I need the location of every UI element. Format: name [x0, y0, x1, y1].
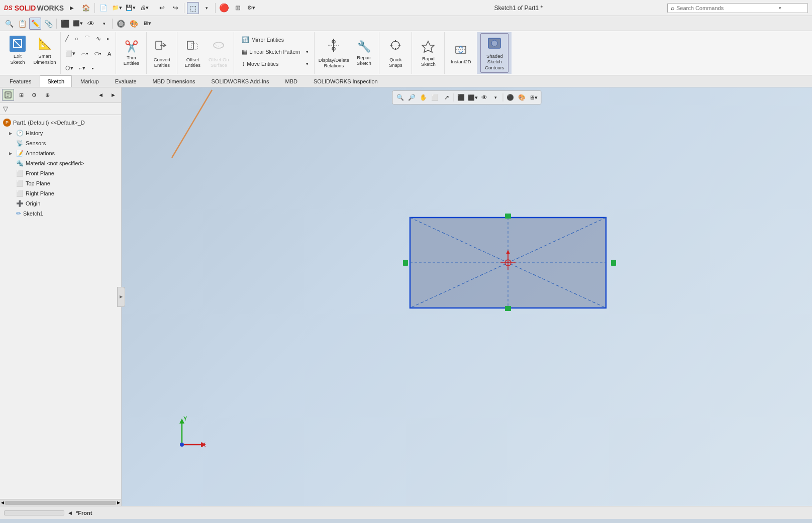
settings-icon[interactable]: ⚙▾ — [245, 2, 257, 14]
tree-item-sensors[interactable]: ▶ 📡 Sensors — [0, 138, 121, 148]
mirror-entities-button[interactable]: 🔃 Mirror Entities — [238, 34, 310, 45]
search-box[interactable]: ⌕ ▾ — [667, 3, 808, 13]
zoom-to-fit-icon[interactable]: 🔍 — [395, 92, 406, 103]
hide-show-arrow[interactable]: ▾ — [490, 92, 501, 103]
text-tool[interactable]: A — [105, 49, 114, 58]
tree-item-sketch1[interactable]: ▶ ✏ Sketch1 — [0, 208, 121, 219]
scene-icon[interactable]: 🎨 — [517, 92, 528, 103]
color-btn[interactable]: 🎨 — [128, 18, 140, 30]
nav-arrow-left[interactable]: ◀ — [68, 510, 72, 515]
options-btn[interactable]: 🔍 — [3, 18, 15, 30]
box-select-icon[interactable]: ⬜ — [430, 92, 441, 103]
repair-sketch-button[interactable]: 🔧 Repair Sketch — [352, 36, 376, 70]
3d-view-btn2[interactable]: ⬛▾ — [72, 18, 84, 30]
traffic-light-icon[interactable]: 🔴 — [218, 2, 230, 14]
tree-item-material[interactable]: ▶ 🔩 Material <not specified> — [0, 158, 121, 168]
tab-sketch[interactable]: Sketch — [40, 75, 72, 87]
canvas[interactable]: 🔍 🔎 ✋ ⬜ ↗ ⬛ ⬛▾ 👁 ▾ ⚫ 🎨 🖥▾ — [122, 87, 812, 506]
new-doc-icon[interactable]: 📄 — [97, 2, 110, 14]
point-tool[interactable]: • — [89, 63, 96, 73]
select-arrow[interactable]: ▾ — [200, 2, 213, 14]
sketch-more[interactable]: ▪ — [105, 33, 112, 44]
circle-tool[interactable]: ○ — [72, 33, 81, 44]
config-manager-btn[interactable]: ⚙ — [28, 89, 40, 101]
display-manager-icon[interactable]: 🖥▾ — [528, 92, 539, 103]
tree-item-origin[interactable]: ▶ ➕ Origin — [0, 198, 121, 208]
move-dropdown[interactable]: ▾ — [304, 60, 310, 68]
tree-item-history[interactable]: ▶ 🕐 History — [0, 128, 121, 138]
nav-right[interactable]: ▶ — [107, 89, 119, 101]
save-icon[interactable]: 💾▾ — [125, 2, 137, 14]
scroll-right[interactable]: ▶ — [117, 500, 120, 505]
dxf-btn[interactable]: ⊕ — [41, 89, 53, 101]
ellipse-tool[interactable]: ⬭▾ — [92, 49, 104, 58]
display-delete-relations-button[interactable]: Display/Delete Relations — [318, 35, 350, 71]
search-dropdown-icon[interactable]: ▾ — [779, 6, 781, 11]
tab-evaluate[interactable]: Evaluate — [108, 75, 144, 87]
home-icon[interactable]: 🏠 — [80, 2, 92, 14]
tree-item-front-plane[interactable]: ▶ ⬜ Front Plane — [0, 168, 121, 178]
grid-icon[interactable]: ⊞ — [232, 2, 244, 14]
tab-markup[interactable]: Markup — [73, 75, 107, 87]
undo-icon[interactable]: ↩ — [156, 2, 168, 14]
tab-mbd[interactable]: MBD — [277, 75, 304, 87]
target-icon[interactable]: ↗ — [441, 92, 452, 103]
display-style-icon[interactable]: ⬛▾ — [467, 92, 478, 103]
play-button[interactable]: ▶ — [68, 4, 76, 12]
monitor-btn[interactable]: 🖥▾ — [141, 18, 153, 30]
quick-snaps-button[interactable]: Quick Snaps — [382, 36, 409, 70]
feature-manager-btn[interactable] — [2, 89, 14, 101]
tab-features[interactable]: Features — [2, 75, 39, 87]
select-icon[interactable]: ⬚ — [187, 2, 199, 14]
tab-sw-inspection[interactable]: SOLIDWORKS Inspection — [306, 75, 385, 87]
fillet-tool[interactable]: ⌐▾ — [77, 63, 88, 73]
zoom-in-icon[interactable]: 🔎 — [407, 92, 418, 103]
convert-entities-button[interactable]: Convert Entities — [150, 36, 174, 70]
redo-icon[interactable]: ↪ — [169, 2, 181, 14]
linear-sketch-pattern-button[interactable]: ▦ Linear Sketch Pattern — [238, 46, 303, 57]
trim-entities-button[interactable]: ✂️ Trim Entities — [119, 36, 143, 70]
view-btn2[interactable]: 📎 — [42, 18, 54, 30]
move-entities-button[interactable]: ↕ Move Entities — [238, 58, 303, 69]
property-manager-btn[interactable]: ⊞ — [15, 89, 27, 101]
view-orient-btn[interactable]: 👁 — [85, 18, 97, 30]
search-input[interactable] — [676, 5, 777, 11]
search-btn[interactable]: 📋 — [16, 18, 28, 30]
rect-tool[interactable]: ⬜▾ — [63, 49, 78, 58]
tab-mbd-dimensions[interactable]: MBD Dimensions — [145, 75, 203, 87]
instant2d-button[interactable]: Instant2D — [448, 36, 474, 70]
offset-entities-button[interactable]: Offset Entities — [180, 36, 205, 70]
print-icon[interactable]: 🖨▾ — [138, 2, 150, 14]
offset-surface-button[interactable]: Offset On Surface — [207, 36, 231, 70]
tree-root-part[interactable]: P Part1 (Default) <<Default>_D — [0, 117, 121, 128]
line-tool[interactable]: ╱ — [63, 33, 71, 44]
3d-view-btn[interactable]: ⬛ — [59, 18, 71, 30]
hide-show-icon[interactable]: 👁 — [479, 92, 490, 103]
open-icon[interactable]: 📁▾ — [111, 2, 123, 14]
tree-item-right-plane[interactable]: ▶ ⬜ Right Plane — [0, 188, 121, 198]
section-view-icon[interactable]: ⚫ — [505, 92, 516, 103]
spline-tool[interactable]: ∿ — [93, 33, 104, 44]
sidebar-collapse-handle[interactable]: ▶ — [117, 287, 125, 307]
view-orient-icon[interactable]: ⬛ — [456, 92, 467, 103]
nav-left[interactable]: ◀ — [94, 89, 107, 101]
sidebar-scrollbar[interactable]: ◀ ▶ — [0, 499, 121, 506]
scroll-thumb[interactable] — [5, 501, 116, 505]
rapid-sketch-button[interactable]: Rapid Sketch — [415, 36, 441, 70]
pattern-dropdown[interactable]: ▾ — [304, 48, 310, 56]
scrollbar-h[interactable] — [4, 510, 64, 515]
edit-btn[interactable]: ✏️ — [29, 18, 41, 30]
smart-dimension-button[interactable]: 📐 Smart Dimension — [32, 33, 57, 67]
tree-item-top-plane[interactable]: ▶ ⬜ Top Plane — [0, 178, 121, 188]
scroll-left[interactable]: ◀ — [1, 500, 4, 505]
exit-sketch-button[interactable]: Exit Sketch — [5, 33, 30, 67]
tree-item-annotations[interactable]: ▶ 📝 Annotations — [0, 148, 121, 158]
view-arrow[interactable]: ▾ — [98, 18, 110, 30]
arc-tool[interactable]: ⌒ — [82, 33, 92, 44]
tab-sw-addins[interactable]: SOLIDWORKS Add-Ins — [204, 75, 277, 87]
shaded-sketch-button[interactable]: Shaded Sketch Contours — [480, 33, 509, 73]
display-btn[interactable]: 🔘 — [115, 18, 127, 30]
polygon-tool[interactable]: ⬡▾ — [63, 63, 76, 73]
previous-view-icon[interactable]: ✋ — [418, 92, 429, 103]
arc-tool2[interactable]: ⌓▾ — [79, 49, 91, 58]
